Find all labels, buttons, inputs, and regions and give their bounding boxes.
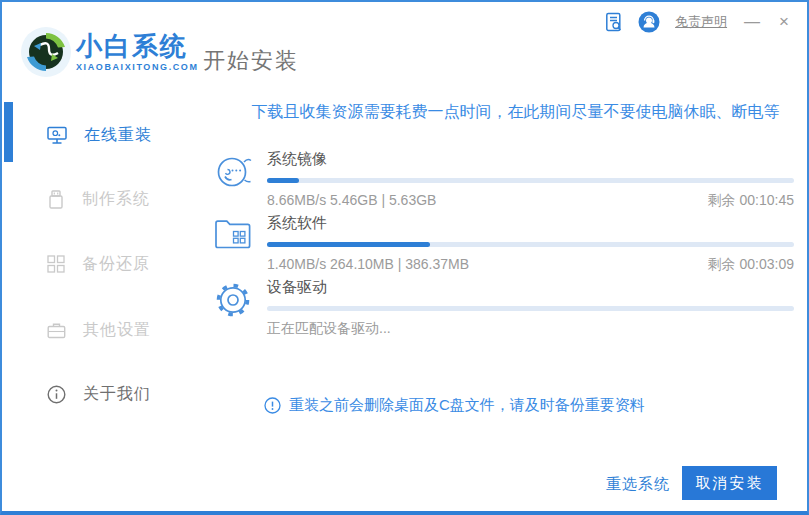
app-logo: 小白系统 XIAOBAIXITONG.COM xyxy=(20,26,199,78)
time-remaining: 剩余 00:03:09 xyxy=(708,256,794,274)
app-window: 小白系统 XIAOBAIXITONG.COM 开始安装 免责声明 — × xyxy=(0,0,809,515)
download-stats: 8.66MB/s 5.46GB | 5.63GB xyxy=(267,192,436,210)
report-doc-icon[interactable] xyxy=(604,12,623,33)
sidebar-item-online-reinstall[interactable]: 在线重装 xyxy=(2,120,202,150)
task-row-system-image: 系统镜像 8.66MB/s 5.46GB | 5.63GB 剩余 00:10:4… xyxy=(213,150,794,210)
sidebar-item-label: 关于我们 xyxy=(83,384,151,405)
sidebar-item-label: 在线重装 xyxy=(84,125,152,146)
sidebar-item-label: 制作系统 xyxy=(82,189,150,210)
logo-subtitle: XIAOBAIXITONG.COM xyxy=(76,62,199,72)
gear-icon xyxy=(213,278,267,338)
close-button[interactable]: × xyxy=(777,12,791,32)
backup-note: 重装之前会删除桌面及C盘文件，请及时备份重要资料 xyxy=(264,396,645,415)
logo-text: 小白系统 XIAOBAIXITONG.COM xyxy=(76,32,199,72)
progress-bar-fill xyxy=(267,242,430,247)
minimize-button[interactable]: — xyxy=(742,12,762,32)
folder-grid-icon xyxy=(213,214,267,274)
logo-sphere-icon xyxy=(20,26,72,78)
exclamation-circle-icon xyxy=(264,397,281,414)
task-row-system-software: 系统软件 1.40MB/s 264.10MB | 386.37MB 剩余 00:… xyxy=(213,214,794,274)
briefcase-icon xyxy=(47,322,66,339)
backup-note-text: 重装之前会删除桌面及C盘文件，请及时备份重要资料 xyxy=(289,396,645,415)
progress-bar-fill xyxy=(267,178,299,183)
reselect-system-button[interactable]: 重选系统 xyxy=(606,475,670,494)
task-title: 设备驱动 xyxy=(267,278,794,297)
download-stats: 1.40MB/s 264.10MB | 386.37MB xyxy=(267,256,469,274)
usb-drive-icon xyxy=(47,190,65,209)
sidebar-item-backup-restore[interactable]: 备份还原 xyxy=(2,249,202,279)
sidebar-item-make-system[interactable]: 制作系统 xyxy=(2,184,202,214)
mascot-face-icon xyxy=(213,150,267,210)
progress-bar xyxy=(267,242,794,247)
sidebar-item-about-us[interactable]: 关于我们 xyxy=(2,379,202,409)
task-title: 系统软件 xyxy=(267,214,794,233)
cancel-install-button[interactable]: 取消安装 xyxy=(682,466,777,500)
download-warning-text: 下载且收集资源需要耗费一点时间，在此期间尽量不要使电脑休眠、断电等 xyxy=(237,102,794,123)
customer-service-icon[interactable] xyxy=(638,11,660,33)
task-title: 系统镜像 xyxy=(267,150,794,169)
sidebar-item-label: 备份还原 xyxy=(82,254,150,275)
header-controls: 免责声明 — × xyxy=(604,11,791,33)
info-circle-icon xyxy=(47,385,66,404)
progress-bar xyxy=(267,306,794,311)
progress-bar xyxy=(267,178,794,183)
page-title: 开始安装 xyxy=(203,46,299,76)
time-remaining: 剩余 00:10:45 xyxy=(708,192,794,210)
disclaimer-link[interactable]: 免责声明 xyxy=(675,13,727,31)
logo-title: 小白系统 xyxy=(76,32,199,60)
task-row-device-driver: 设备驱动 正在匹配设备驱动... xyxy=(213,278,794,338)
monitor-icon xyxy=(47,126,67,145)
backup-blocks-icon xyxy=(47,255,65,273)
sidebar-item-other-settings[interactable]: 其他设置 xyxy=(2,315,202,345)
task-status-text: 正在匹配设备驱动... xyxy=(267,320,391,338)
sidebar-item-label: 其他设置 xyxy=(83,320,151,341)
